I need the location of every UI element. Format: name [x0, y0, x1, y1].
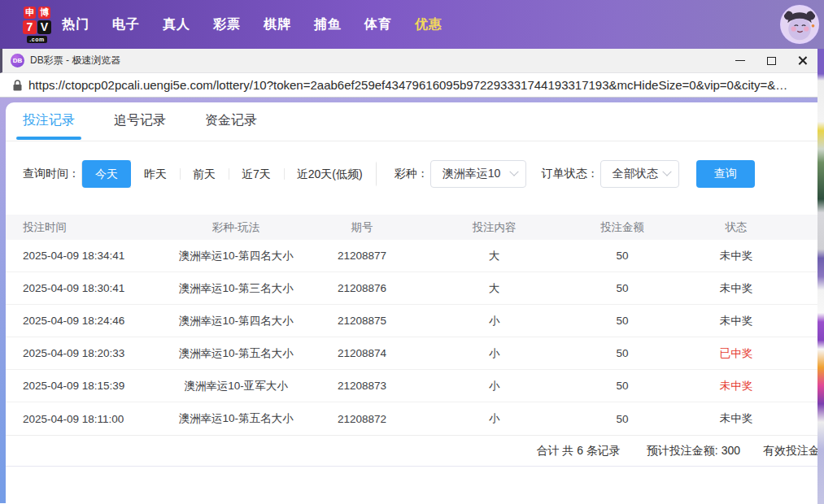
header-bet-time: 投注时间 — [6, 220, 146, 235]
nav-item-live[interactable]: 真人 — [163, 16, 190, 33]
nav-item-slots[interactable]: 电子 — [112, 16, 140, 33]
summary-expected-amount: 预计投注金额: 300 — [647, 444, 740, 458]
time-filter-group: 今天 昨天 前天 近7天 近20天(低频) — [81, 160, 377, 188]
summary-total-records: 合计 共 6 条记录 — [536, 444, 620, 458]
cell-amount: 50 — [590, 250, 655, 262]
minimize-button[interactable] — [725, 49, 756, 73]
close-button[interactable] — [787, 49, 817, 73]
user-avatar[interactable] — [780, 5, 819, 44]
browser-window: DB DB彩票 - 极速浏览器 https://ctopcp02pcali.ue… — [0, 49, 817, 504]
nav-item-hot[interactable]: 热门 — [62, 16, 89, 33]
cell-amount: 50 — [590, 347, 655, 359]
cell-content: 小 — [399, 379, 590, 393]
summary-bar: 合计 共 6 条记录 预计投注金额: 300 有效投注金额 — [6, 435, 817, 467]
table-row[interactable]: 2025-04-09 18:34:41 澳洲幸运10-第四名大小 2120887… — [6, 240, 817, 272]
cell-issue: 21208872 — [325, 413, 399, 425]
table-row[interactable]: 2025-04-09 18:11:00 澳洲幸运10-第五名大小 2120887… — [6, 402, 817, 435]
main-nav: 热门 电子 真人 彩票 棋牌 捕鱼 体育 优惠 — [62, 16, 443, 33]
cell-content: 小 — [399, 411, 590, 426]
site-favicon: DB — [11, 54, 24, 67]
nav-item-promo[interactable]: 优惠 — [415, 16, 443, 33]
nav-item-lottery[interactable]: 彩票 — [213, 16, 241, 33]
close-icon — [797, 55, 808, 66]
background-page-strip — [817, 49, 824, 504]
summary-valid-amount: 有效投注金额 — [763, 444, 817, 458]
url-text[interactable]: https://ctopcp02pcali.uengi5e.com/lotter… — [28, 78, 809, 92]
cell-status: 已中奖 — [655, 346, 817, 361]
content-card: 投注记录 追号记录 资金记录 查询时间： 今天 昨天 前天 近7天 近20天(低… — [6, 102, 817, 503]
search-button[interactable]: 查询 — [696, 160, 755, 188]
header-amount: 投注金额 — [590, 220, 655, 235]
cell-amount: 50 — [590, 282, 655, 294]
page-viewport: 投注记录 追号记录 资金记录 查询时间： 今天 昨天 前天 近7天 近20天(低… — [0, 98, 817, 503]
address-bar[interactable]: https://ctopcp02pcali.uengi5e.com/lotter… — [0, 73, 817, 98]
cell-bet-time: 2025-04-09 18:20:33 — [6, 347, 146, 359]
time-option-20days[interactable]: 近20天(低频) — [284, 160, 376, 188]
header-content: 投注内容 — [399, 220, 590, 235]
cell-issue: 21208876 — [325, 282, 399, 294]
logo-7v: 7 V — [23, 20, 51, 34]
maximize-icon — [767, 57, 776, 65]
cell-issue: 21208877 — [325, 250, 399, 262]
cell-amount: 50 — [590, 380, 655, 392]
cell-bet-time: 2025-04-09 18:34:41 — [6, 250, 146, 262]
nav-item-sports[interactable]: 体育 — [364, 16, 392, 33]
cell-game-play: 澳洲幸运10-第四名大小 — [146, 314, 325, 328]
cell-status: 未中奖 — [655, 249, 817, 263]
cell-status: 未中奖 — [655, 314, 817, 328]
logo-badge-2: 博 — [38, 7, 50, 19]
avatar-image — [782, 7, 817, 42]
cell-game-play: 澳洲幸运10-第四名大小 — [146, 249, 325, 263]
header-issue: 期号 — [325, 220, 399, 235]
tab-chase-records[interactable]: 追号记录 — [114, 102, 166, 141]
cell-status: 未中奖 — [655, 379, 817, 393]
logo-seven: 7 — [23, 20, 37, 34]
tab-fund-records[interactable]: 资金记录 — [205, 102, 257, 141]
minimize-icon — [735, 60, 745, 61]
table-row[interactable]: 2025-04-09 18:30:41 澳洲幸运10-第三名大小 2120887… — [6, 272, 817, 305]
cell-status: 未中奖 — [655, 281, 817, 296]
table-row[interactable]: 2025-04-09 18:20:33 澳洲幸运10-第五名大小 2120887… — [6, 337, 817, 370]
cell-game-play: 澳洲幸运10-第五名大小 — [146, 411, 325, 426]
order-status-value: 全部状态 — [613, 167, 658, 181]
window-controls — [725, 49, 817, 73]
cell-bet-time: 2025-04-09 18:24:46 — [6, 315, 146, 327]
time-option-7days[interactable]: 近7天 — [229, 160, 284, 188]
lock-icon — [13, 80, 22, 91]
cell-content: 小 — [399, 346, 590, 361]
cell-bet-time: 2025-04-09 18:30:41 — [6, 282, 146, 294]
time-option-yesterday[interactable]: 昨天 — [131, 160, 180, 188]
logo-badge-1: 申 — [24, 7, 36, 19]
nav-item-cards[interactable]: 棋牌 — [264, 16, 291, 33]
cell-content: 大 — [399, 249, 590, 263]
table-row[interactable]: 2025-04-09 18:15:39 澳洲幸运10-亚军大小 21208873… — [6, 370, 817, 402]
cell-issue: 21208874 — [325, 347, 399, 359]
cell-content: 大 — [399, 281, 590, 296]
table-row[interactable]: 2025-04-09 18:24:46 澳洲幸运10-第四名大小 2120887… — [6, 305, 817, 337]
cell-game-play: 澳洲幸运10-第五名大小 — [146, 346, 325, 361]
cell-issue: 21208875 — [325, 315, 399, 327]
tab-bet-records[interactable]: 投注记录 — [23, 102, 75, 141]
cell-bet-time: 2025-04-09 18:11:00 — [6, 413, 146, 425]
site-logo[interactable]: 申 博 7 V .com — [23, 7, 51, 43]
header-status: 状态 — [655, 220, 817, 235]
time-option-today[interactable]: 今天 — [82, 160, 131, 188]
logo-vee: V — [37, 20, 51, 34]
time-option-daybefore[interactable]: 前天 — [180, 160, 229, 188]
window-titlebar[interactable]: DB DB彩票 - 极速浏览器 — [0, 49, 817, 73]
table-header-row: 投注时间 彩种-玩法 期号 投注内容 投注金额 状态 — [6, 215, 817, 240]
cell-game-play: 澳洲幸运10-第三名大小 — [146, 281, 325, 296]
maximize-button[interactable] — [756, 49, 787, 73]
lottery-select[interactable]: 澳洲幸运10 — [430, 160, 526, 188]
status-filter-label: 订单状态： — [542, 167, 599, 181]
cell-game-play: 澳洲幸运10-亚军大小 — [146, 379, 325, 393]
lottery-filter-label: 彩种： — [395, 167, 429, 181]
chevron-down-icon — [662, 167, 671, 176]
record-tabs: 投注记录 追号记录 资金记录 — [6, 102, 817, 141]
screen: 申 博 7 V .com 热门 电子 真人 彩票 棋牌 捕鱼 体育 优惠 — [0, 0, 824, 504]
cell-bet-time: 2025-04-09 18:15:39 — [6, 380, 146, 392]
order-status-select[interactable]: 全部状态 — [600, 160, 679, 188]
cell-status: 未中奖 — [655, 411, 817, 426]
nav-item-fishing[interactable]: 捕鱼 — [314, 16, 342, 33]
lottery-select-value: 澳洲幸运10 — [443, 167, 501, 181]
